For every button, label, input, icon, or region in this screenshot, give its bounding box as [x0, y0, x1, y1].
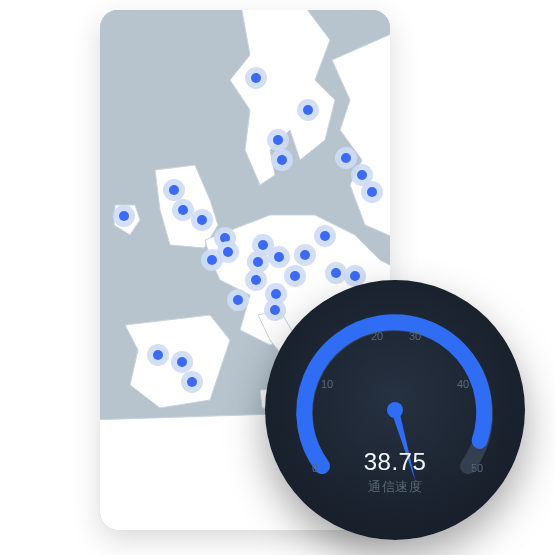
map-marker-dot: [178, 205, 188, 215]
map-marker-dot: [274, 252, 284, 262]
gauge-tick: 0: [312, 462, 318, 474]
speed-gauge: 01020304050 38.75 通信速度: [265, 280, 525, 540]
gauge-value: 38.75: [364, 448, 427, 476]
gauge-fill: [304, 322, 484, 466]
gauge-tick: 10: [321, 378, 333, 390]
map-marker-dot: [197, 215, 207, 225]
gauge-tick: 20: [371, 330, 383, 342]
map-marker-dot: [153, 350, 163, 360]
map-marker-dot: [177, 357, 187, 367]
map-marker-dot: [233, 295, 243, 305]
map-marker-dot: [341, 153, 351, 163]
map-marker-dot: [331, 268, 341, 278]
map-marker-dot: [251, 73, 261, 83]
map-marker-dot: [367, 187, 377, 197]
map-marker-dot: [251, 275, 261, 285]
gauge-tick: 40: [457, 378, 469, 390]
map-marker-dot: [300, 250, 310, 260]
map-marker-dot: [207, 255, 217, 265]
map-marker-dot: [320, 231, 330, 241]
map-marker-dot: [253, 257, 263, 267]
map-marker-dot: [277, 155, 287, 165]
gauge-hub: [387, 402, 403, 418]
map-marker-dot: [258, 240, 268, 250]
map-marker-dot: [169, 185, 179, 195]
map-marker-dot: [223, 247, 233, 257]
map-marker-dot: [119, 211, 129, 221]
gauge-label: 通信速度: [368, 478, 422, 496]
gauge-tick: 30: [409, 330, 421, 342]
gauge-tick: 50: [471, 462, 483, 474]
map-marker-dot: [187, 377, 197, 387]
map-marker-dot: [303, 105, 313, 115]
map-marker-dot: [357, 170, 367, 180]
map-marker-dot: [273, 135, 283, 145]
